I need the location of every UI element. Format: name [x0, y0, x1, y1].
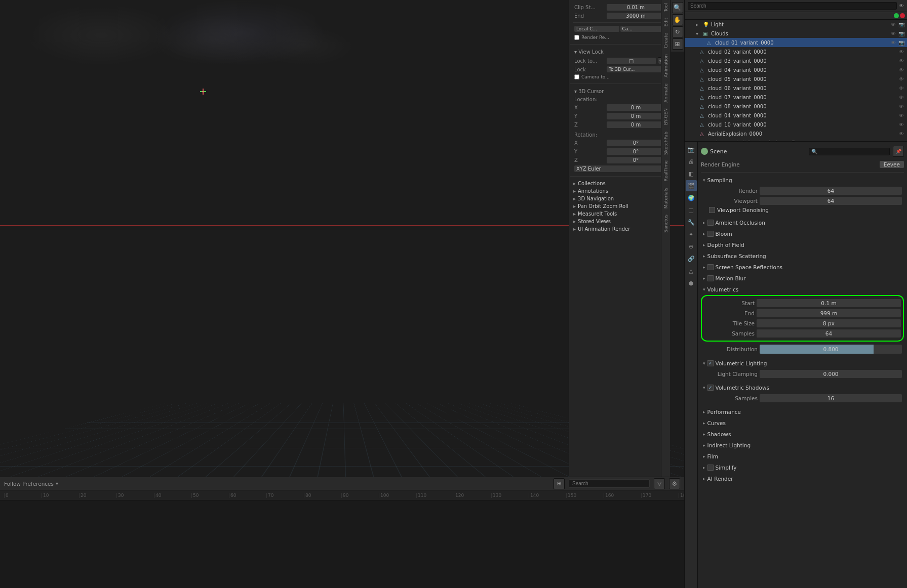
stored-views-item[interactable]: ▸ Stored Views — [572, 218, 667, 225]
simplify-header[interactable]: ▸ Simplify — [701, 463, 904, 472]
prop-tab-output[interactable]: 🖨 — [686, 156, 697, 167]
cloud04b-visibility[interactable]: 👁 — [898, 112, 905, 119]
dof-header[interactable]: ▸ Depth of Field — [701, 240, 904, 249]
volumetrics-header[interactable]: ▾ Volumetrics — [701, 285, 904, 294]
annotations-item[interactable]: ▸ Annotations — [572, 187, 667, 195]
expand-clouds[interactable]: ▾ — [696, 31, 702, 36]
outliner-item-cloud04b[interactable]: △ cloud_04_variant_0000 👁 — [685, 111, 907, 120]
ambient-occlusion-header[interactable]: ▸ Ambient Occlusion — [701, 218, 904, 227]
prop-tab-particles[interactable]: ✦ — [686, 229, 697, 240]
euler-dropdown[interactable]: XYZ Euler — [574, 165, 665, 172]
viewport-value[interactable]: 64 — [760, 197, 902, 205]
outliner-item-cloud02[interactable]: △ cloud_02_variant_0000 👁 — [685, 47, 907, 56]
timeline-settings-btn[interactable]: ⚙ — [669, 478, 680, 489]
ao-checkbox[interactable] — [707, 220, 714, 226]
outliner-item-cloud05[interactable]: △ cloud_05_variant_0000 👁 — [685, 74, 907, 83]
mb-checkbox[interactable] — [707, 275, 714, 281]
vol-lighting-checkbox[interactable] — [707, 360, 714, 366]
prop-tab-data[interactable]: △ — [686, 265, 697, 276]
outliner-item-light[interactable]: ▸ 💡 Light 👁 📷 — [685, 20, 907, 29]
bloom-checkbox[interactable] — [707, 231, 714, 237]
tab-animation[interactable]: Animation — [662, 51, 669, 80]
simplify-checkbox[interactable] — [707, 465, 714, 471]
cloud04-visibility[interactable]: 👁 — [898, 66, 905, 73]
vol-shadows-samples-value[interactable]: 16 — [760, 394, 902, 402]
prop-tab-physics[interactable]: ⊕ — [686, 241, 697, 252]
timeline-content[interactable] — [0, 500, 684, 588]
zoom-tool[interactable]: 🔍 — [672, 2, 683, 13]
light-visibility[interactable]: 👁 — [890, 21, 897, 28]
ui-animation-item[interactable]: ▸ UI Animation Render — [572, 225, 667, 233]
to-3d-cur-dropdown[interactable]: To 3D Cur... — [607, 66, 665, 72]
outliner-filter-btn[interactable]: 👁 — [899, 3, 904, 9]
cloud06-visibility[interactable]: 👁 — [898, 85, 905, 92]
local-c-dropdown[interactable]: Local C... — [574, 26, 619, 32]
vol-tile-size-value[interactable]: 8 px — [757, 319, 901, 327]
sss-header[interactable]: ▸ Subsurface Scattering — [701, 251, 904, 261]
collections-item[interactable]: ▸ Collections — [572, 180, 667, 187]
outliner-item-aerial[interactable]: △ AerialExplosion_0000 👁 — [685, 129, 907, 138]
vol-distribution-slider[interactable]: 0.800 — [760, 345, 902, 354]
z-coord-input[interactable]: 0 m — [607, 121, 665, 128]
prop-tab-render[interactable]: 📷 — [686, 144, 697, 155]
measureit-item[interactable]: ▸ MeasureIt Tools — [572, 210, 667, 218]
render-engine-value[interactable]: Eevee — [880, 161, 904, 168]
outliner-item-ember1[interactable]: △ embergen_building_implosion_a_D 👁 — [685, 138, 907, 141]
clouds-visibility[interactable]: 👁 — [890, 30, 897, 37]
motion-blur-header[interactable]: ▸ Motion Blur — [701, 274, 904, 283]
x-coord-input[interactable]: 0 m — [607, 104, 665, 111]
ry-input[interactable]: 0° — [607, 148, 665, 155]
pan-orbit-item[interactable]: ▸ Pan Orbit Zoom Roll — [572, 202, 667, 210]
outliner-item-cloud06[interactable]: △ cloud_06_variant_0000 👁 — [685, 83, 907, 93]
outliner-search[interactable] — [688, 2, 897, 10]
timeline-search[interactable] — [569, 479, 650, 488]
render-value[interactable]: 64 — [760, 187, 902, 195]
prop-tab-object[interactable]: □ — [686, 204, 697, 216]
ca-dropdown[interactable]: Ca... — [620, 26, 665, 32]
cloud01-visibility[interactable]: 👁 — [890, 39, 897, 46]
bloom-header[interactable]: ▸ Bloom — [701, 229, 904, 238]
cloud05-visibility[interactable]: 👁 — [898, 75, 905, 82]
rotate-tool[interactable]: ↻ — [672, 26, 683, 37]
y-coord-input[interactable]: 0 m — [607, 113, 665, 119]
vol-lighting-header[interactable]: ▾ Volumetric Lighting — [701, 359, 904, 368]
outliner-item-cloud07[interactable]: △ cloud_07_variant_0000 👁 — [685, 93, 907, 102]
clouds-render[interactable]: 📷 — [898, 30, 905, 37]
camera-to-checkbox[interactable] — [574, 74, 579, 79]
viewport-denoising-checkbox[interactable] — [709, 207, 715, 213]
vol-end-value[interactable]: 999 m — [757, 309, 901, 317]
tab-sketchfab[interactable]: SketchFab — [662, 129, 669, 158]
rx-input[interactable]: 0° — [607, 140, 665, 146]
light-clamping-value[interactable]: 0.000 — [760, 370, 902, 378]
cursor-3d-header[interactable]: ▾ 3D Cursor — [572, 87, 667, 96]
vol-start-value[interactable]: 0.1 m — [757, 299, 901, 307]
hand-tool[interactable]: ✋ — [672, 14, 683, 25]
ssr-checkbox[interactable] — [707, 264, 714, 270]
lock-to-input[interactable]: □ — [607, 58, 656, 64]
end-value[interactable]: 3000 m — [607, 13, 665, 19]
prop-tab-constraints[interactable]: 🔗 — [686, 253, 697, 264]
prop-tab-material[interactable]: ● — [686, 277, 697, 288]
vol-shadows-header[interactable]: ▾ Volumetric Shadows — [701, 383, 904, 392]
tab-tool[interactable]: Tool — [662, 0, 669, 15]
grid-view-btn[interactable]: ⊞ — [554, 478, 565, 489]
prop-tab-modifier[interactable]: 🔧 — [686, 217, 697, 228]
tab-animate[interactable]: Animate — [662, 80, 669, 106]
tab-materials[interactable]: Materials — [662, 185, 669, 212]
cloud07-visibility[interactable]: 👁 — [898, 94, 905, 101]
expand-light[interactable]: ▸ — [696, 22, 702, 27]
vol-samples-value[interactable]: 64 — [757, 329, 901, 338]
properties-pin[interactable]: 📌 — [893, 146, 904, 157]
clip-start-value[interactable]: 0.01 m — [607, 4, 665, 11]
prop-tab-world[interactable]: 🌍 — [686, 192, 697, 203]
tab-sanctus[interactable]: Sanctus — [662, 212, 669, 236]
cloud02-visibility[interactable]: 👁 — [898, 48, 905, 55]
tab-create[interactable]: Create — [662, 30, 669, 51]
view-lock-header[interactable]: ▾ View Lock — [572, 48, 667, 56]
navigation-3d-item[interactable]: ▸ 3D Navigation — [572, 195, 667, 202]
outliner-item-cloud03[interactable]: △ cloud_03_variant_0000 👁 — [685, 56, 907, 65]
outliner-item-clouds[interactable]: ▾ ▣ Clouds 👁 📷 — [685, 29, 907, 38]
film-header[interactable]: ▸ Film — [701, 452, 904, 461]
cloud01-render[interactable]: 📷 — [898, 39, 905, 46]
sampling-header[interactable]: ▾ Sampling — [701, 176, 904, 185]
